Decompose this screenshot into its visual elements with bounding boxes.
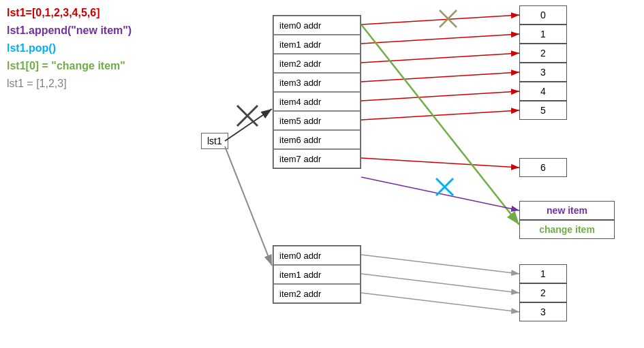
svg-line-17 [361,255,519,274]
top-list: item0 addr item1 addr item2 addr item3 a… [273,15,361,169]
top-list-row-2: item2 addr [273,54,361,73]
value-box-2: 2 [519,44,567,63]
svg-line-15 [436,178,453,195]
value-box-5: 5 [519,101,567,120]
value-box-0: 0 [519,5,567,25]
svg-line-7 [361,110,519,120]
code-line-1: lst1=[0,1,2,3,4,5,6] [7,7,177,19]
top-list-row-6: item6 addr [273,130,361,149]
value-box-3: 3 [519,63,567,82]
svg-line-4 [361,53,519,63]
value-box-b2: 2 [519,283,567,302]
code-line-5: lst1 = [1,2,3] [7,78,177,90]
value-box-change-item: change item [519,220,615,239]
bottom-list-row-1: item1 addr [273,265,361,284]
value-box-new-item: new item [519,201,615,220]
top-list-row-0: item0 addr [273,16,361,35]
svg-line-0 [225,109,272,141]
top-list-row-3: item3 addr [273,73,361,92]
svg-line-14 [237,106,258,126]
svg-line-2 [361,15,519,25]
value-box-b3: 3 [519,302,567,321]
code-line-4: lst1[0] = "change item" [7,60,177,72]
svg-line-3 [361,34,519,44]
svg-line-19 [361,293,519,312]
svg-line-10 [361,177,519,210]
code-line-3: lst1.pop() [7,42,177,54]
svg-line-1 [225,146,272,266]
top-list-row-4: item4 addr [273,92,361,111]
svg-line-13 [237,106,258,126]
svg-line-6 [361,91,519,101]
lst1-label: lst1 [201,133,228,149]
value-box-b1: 1 [519,264,567,283]
top-list-row-5: item5 addr [273,111,361,130]
svg-line-12 [440,10,457,27]
svg-line-8 [361,158,519,168]
value-box-6: 6 [519,158,567,177]
left-panel: lst1=[0,1,2,3,4,5,6] lst1.append("new it… [7,7,177,95]
svg-line-16 [436,178,453,195]
svg-line-9 [361,25,519,225]
bottom-list-row-0: item0 addr [273,246,361,265]
bottom-list-row-2: item2 addr [273,284,361,303]
svg-line-5 [361,72,519,82]
value-box-4: 4 [519,82,567,101]
code-line-2: lst1.append("new item") [7,25,177,37]
top-list-row-1: item1 addr [273,35,361,54]
top-list-row-7: item7 addr [273,149,361,168]
svg-line-18 [361,274,519,293]
bottom-list: item0 addr item1 addr item2 addr [273,245,361,304]
svg-line-11 [440,10,457,27]
value-box-1: 1 [519,25,567,44]
